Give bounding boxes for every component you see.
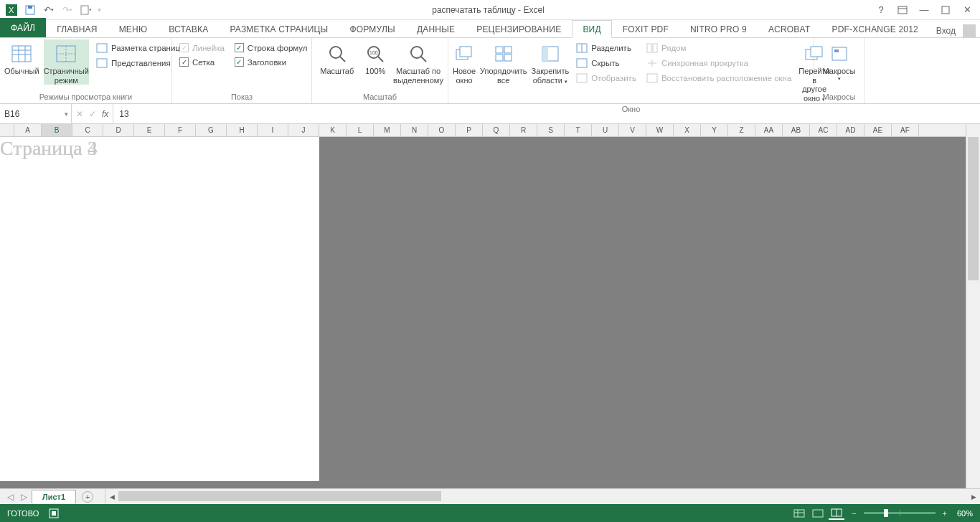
svg-rect-30 <box>504 54 512 61</box>
col-header[interactable]: O <box>428 124 456 136</box>
svg-rect-32 <box>542 47 548 61</box>
hide-button[interactable]: Скрыть <box>573 57 639 70</box>
sheet-tab[interactable]: Лист1 <box>32 490 76 503</box>
zoom-selection-button[interactable]: Масштаб повыделенному <box>393 39 443 85</box>
undo-icon[interactable]: ↶▾ <box>40 1 57 19</box>
new-window-button[interactable]: Новоеокно <box>453 39 476 85</box>
view-normal-icon[interactable] <box>791 507 807 520</box>
col-header[interactable]: E <box>134 124 165 136</box>
record-macro-icon[interactable] <box>49 508 59 518</box>
col-header[interactable]: T <box>565 124 592 136</box>
zoom-out-icon[interactable]: − <box>852 509 856 518</box>
col-header[interactable]: AF <box>892 124 919 136</box>
col-header[interactable]: AE <box>864 124 892 136</box>
save-icon[interactable] <box>22 1 39 19</box>
col-header[interactable]: P <box>456 124 483 136</box>
split-button[interactable]: Разделить <box>573 42 639 54</box>
fx-icon[interactable]: fx <box>102 109 108 119</box>
login-link[interactable]: Вход <box>936 26 956 36</box>
col-header[interactable]: X <box>674 124 701 136</box>
tab-меню[interactable]: Меню <box>108 20 159 37</box>
tab-главная[interactable]: ГЛАВНАЯ <box>46 20 108 37</box>
close-icon[interactable]: ✕ <box>957 1 977 19</box>
col-header[interactable]: Z <box>728 124 755 136</box>
zoom-100-button[interactable]: 100100% <box>362 39 389 76</box>
formula-input[interactable]: 13 <box>113 104 980 123</box>
col-header[interactable]: V <box>619 124 646 136</box>
col-header[interactable]: AC <box>810 124 837 136</box>
tab-acrobat[interactable]: ACROBAT <box>758 20 821 37</box>
arrange-all-button[interactable]: Упорядочитьвсе <box>480 39 527 85</box>
excel-icon[interactable]: X <box>3 1 20 19</box>
ribbon-options-icon[interactable] <box>892 1 913 19</box>
gridlines-checkbox[interactable]: Сетка <box>176 56 227 68</box>
col-header[interactable]: K <box>319 124 347 136</box>
col-header[interactable]: L <box>347 124 374 136</box>
col-header[interactable]: Q <box>483 124 510 136</box>
col-header[interactable]: Y <box>701 124 728 136</box>
svg-text:100: 100 <box>369 50 378 55</box>
tab-вставка[interactable]: ВСТАВКА <box>158 20 219 37</box>
redo-icon[interactable]: ↷▾ <box>59 1 76 19</box>
help-icon[interactable]: ? <box>871 1 891 19</box>
col-header[interactable]: B <box>42 124 72 136</box>
vertical-scrollbar[interactable] <box>966 124 980 488</box>
col-header[interactable]: W <box>646 124 674 136</box>
view-pagebreak-icon[interactable] <box>829 507 844 520</box>
col-header[interactable]: C <box>72 124 103 136</box>
qat-dropdown-icon[interactable]: ▾ <box>96 6 103 14</box>
headings-checkbox[interactable]: Заголовки <box>232 56 311 68</box>
col-header[interactable]: AB <box>783 124 810 136</box>
col-header[interactable]: A <box>14 124 42 136</box>
zoom-button[interactable]: Масштаб <box>316 39 357 76</box>
worksheet-area: ABCDEFGHIJKLMNOPQRSTUVWXYZAAABACADAEAF С… <box>0 124 966 488</box>
freeze-panes-button[interactable]: Закрепитьобласти ▾ <box>532 39 570 85</box>
col-header[interactable]: AD <box>837 124 864 136</box>
tab-формулы[interactable]: ФОРМУЛЫ <box>339 20 405 37</box>
column-headers[interactable]: ABCDEFGHIJKLMNOPQRSTUVWXYZAAABACADAEAF <box>0 124 966 137</box>
col-header[interactable]: M <box>374 124 401 136</box>
tab-nitro-pro-9[interactable]: NITRO PRO 9 <box>679 20 758 37</box>
zoom-in-icon[interactable]: + <box>943 509 947 518</box>
horizontal-scrollbar[interactable]: ◀ ▶ <box>105 489 980 504</box>
view-normal-button[interactable]: Обычный <box>4 39 39 76</box>
sheet-nav-next-icon[interactable]: ▷ <box>18 492 30 502</box>
tab-данные[interactable]: ДАННЫЕ <box>406 20 466 37</box>
col-header[interactable]: I <box>258 124 288 136</box>
tab-foxit-pdf[interactable]: Foxit PDF <box>612 20 679 37</box>
col-header[interactable]: S <box>537 124 565 136</box>
maximize-icon[interactable] <box>936 1 956 19</box>
zoom-level[interactable]: 60% <box>957 509 973 518</box>
add-sheet-icon[interactable]: + <box>82 491 93 503</box>
view-pagebreak-button[interactable]: Страничный режим <box>44 39 89 85</box>
tab-pdf-xchange-2012[interactable]: PDF-XChange 2012 <box>821 20 929 37</box>
col-header[interactable]: R <box>510 124 537 136</box>
svg-rect-4 <box>81 6 88 14</box>
col-header[interactable]: G <box>196 124 227 136</box>
user-avatar-icon[interactable] <box>963 24 976 37</box>
tab-file[interactable]: ФАЙЛ <box>0 18 46 37</box>
col-header[interactable]: F <box>165 124 196 136</box>
tab-рецензирование[interactable]: РЕЦЕНЗИРОВАНИЕ <box>466 20 572 37</box>
tab-разметка-страницы[interactable]: РАЗМЕТКА СТРАНИЦЫ <box>219 20 339 37</box>
grid-body[interactable]: Страница 3 Страница 4 <box>0 137 966 488</box>
col-header[interactable]: AA <box>755 124 783 136</box>
select-all-corner[interactable] <box>0 124 14 136</box>
tab-вид[interactable]: ВИД <box>572 20 611 38</box>
enter-fx-icon: ✓ <box>89 109 96 119</box>
col-header[interactable]: N <box>401 124 428 136</box>
minimize-icon[interactable]: — <box>914 1 934 19</box>
sheet-nav-prev-icon[interactable]: ◁ <box>4 492 17 502</box>
new-doc-icon[interactable]: ▾ <box>77 1 95 19</box>
col-header[interactable]: D <box>103 124 134 136</box>
col-header[interactable]: H <box>227 124 258 136</box>
view-pagelayout-icon[interactable] <box>810 507 826 520</box>
col-header[interactable]: U <box>592 124 619 136</box>
name-box[interactable]: B16▾ <box>0 104 72 123</box>
zoom-slider[interactable] <box>864 512 936 514</box>
status-ready: ГОТОВО <box>7 509 39 518</box>
col-header[interactable]: J <box>288 124 319 136</box>
side-by-side-button: Рядом <box>644 42 794 54</box>
formulabar-checkbox[interactable]: Строка формул <box>232 42 311 54</box>
macros-button[interactable]: Макросы▾ <box>819 39 859 82</box>
